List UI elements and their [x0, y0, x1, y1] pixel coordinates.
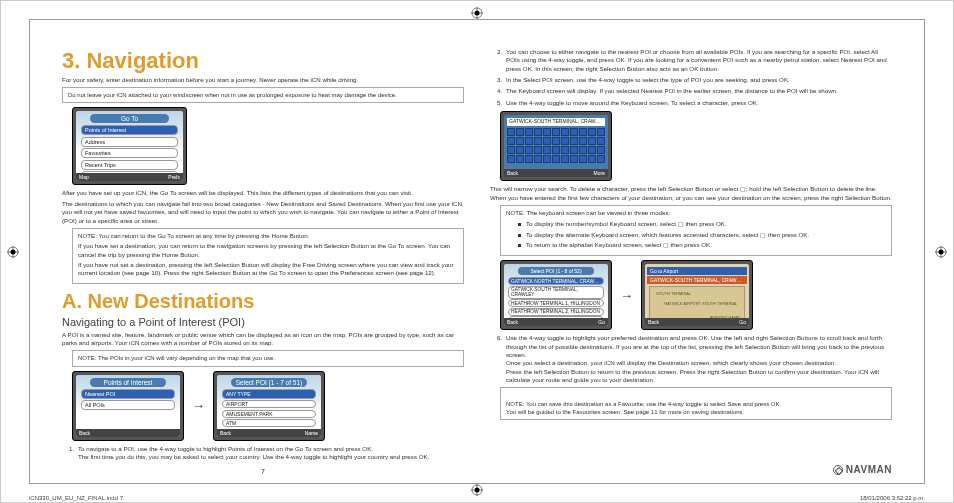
- indd-timestamp: 18/01/2006 3:52:22 p.m.: [860, 495, 925, 501]
- note-home-button: NOTE: You can return to the Go To screen…: [72, 228, 464, 284]
- page-number-center: 7: [261, 468, 265, 475]
- right-column: You can choose to either navigate to the…: [490, 48, 892, 473]
- keyboard-screenshot: GATWICK-SOUTH TERMINAL, CRAW... Back Mor…: [500, 111, 612, 181]
- section-a-heading: A. New Destinations: [62, 290, 464, 313]
- favourite-note: NOTE: You can save this destination as a…: [500, 387, 892, 419]
- step-4: The Keyboard screen will display. If you…: [504, 87, 892, 95]
- section-heading: 3. Navigation: [62, 48, 464, 74]
- note-poi-vary: NOTE: The POIs in your iCN will vary dep…: [72, 350, 464, 366]
- crop-mark-right: [935, 246, 947, 258]
- indd-filename: iCN330_UM_EU_NZ_FINAL.indd 7: [29, 495, 123, 501]
- left-column: 3. Navigation For your safety, enter des…: [62, 48, 464, 473]
- keyboard-modes-note: NOTE: The keyboard screen can be viewed …: [500, 205, 892, 256]
- step-3: In the Select POI screen, use the 4-way …: [504, 76, 892, 84]
- warning-box: Do not leave your iCN attached to your w…: [62, 87, 464, 103]
- steps-list-left: To navigate to a POI, use the 4-way togg…: [76, 445, 464, 462]
- crop-mark-left: [7, 246, 19, 258]
- narrow-search-text: This will narrow your search. To delete …: [490, 185, 892, 202]
- arrow-icon: →: [192, 398, 205, 413]
- step-2: You can choose to either navigate to the…: [504, 48, 892, 73]
- crop-mark-top: [471, 7, 483, 19]
- indd-footer: iCN330_UM_EU_NZ_FINAL.indd 7 18/01/2006 …: [29, 495, 925, 501]
- after-setup-text: After you have set up your iCN, the Go T…: [62, 189, 464, 197]
- destinations-desc: The destinations to which you can naviga…: [62, 200, 464, 225]
- subsection-heading: Navigating to a Point of Interest (POI): [62, 316, 464, 328]
- step-5: Use the 4-way toggle to move around the …: [504, 99, 892, 107]
- navman-icon: [833, 465, 843, 475]
- poi-screenshot-1: Points of Interest Nearest POI All POIs …: [72, 371, 184, 441]
- step-1: To navigate to a POI, use the 4-way togg…: [76, 445, 464, 462]
- poi-list-screenshot: Select POI (1 - 8 of 52) GATWICK·NORTH T…: [500, 260, 612, 330]
- destination-map-screenshot: Go to Airport GATWICK-SOUTH TERMINAL, CR…: [641, 260, 753, 330]
- step-6: Use the 4-way toggle to highlight your p…: [504, 334, 892, 384]
- safety-text: For your safety, enter destination infor…: [62, 76, 464, 84]
- goto-screenshot: Go To Points of Interest Address Favouri…: [72, 107, 187, 185]
- steps-list-right: You can choose to either navigate to the…: [504, 48, 892, 107]
- poi-screenshot-2: Select POI (1 - 7 of 51) ANY TYPE AIRPOR…: [213, 371, 325, 441]
- brand-logo: NAVMAN: [833, 464, 892, 475]
- arrow-icon: →: [620, 288, 633, 303]
- steps-list-right-2: Use the 4-way toggle to highlight your p…: [504, 334, 892, 384]
- poi-desc: A POI is a named site, feature, landmark…: [62, 331, 464, 348]
